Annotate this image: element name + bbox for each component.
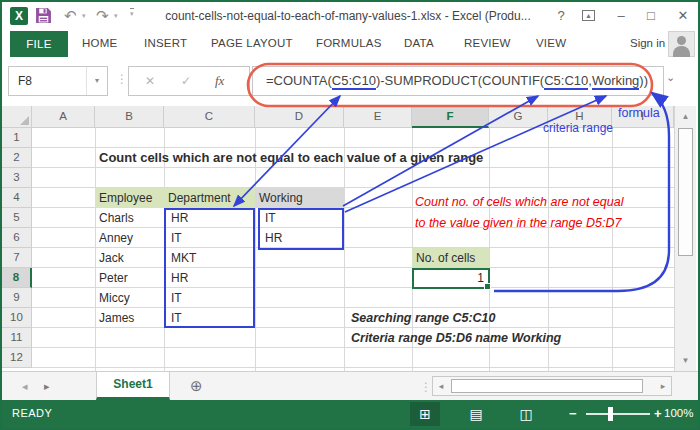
row-header-2[interactable]: 2 [2, 148, 32, 168]
row-header-7[interactable]: 7 [2, 248, 32, 268]
sheet-nav-left-icon[interactable]: ◂ [22, 380, 28, 393]
sign-in-button[interactable]: Sign in [630, 37, 665, 49]
excel-window: X ↶ ▾ ↷ ▾ ▾ count-cells-not-equal-to-eac… [0, 0, 700, 430]
formula-range-2: C5:C10 [544, 73, 588, 90]
page-break-view-icon[interactable]: ◫ [511, 402, 541, 426]
red-annotation-line1: Count no. of cells which are not equal [415, 192, 623, 212]
cell-B7[interactable]: Jack [95, 248, 164, 268]
cell-E10-note[interactable]: Searching range C5:C10 [347, 308, 587, 328]
vertical-scrollbar[interactable]: ▲ ▼ [674, 106, 696, 371]
maximize-icon[interactable]: □ [642, 8, 660, 23]
cell-B6[interactable]: Anney [95, 228, 164, 248]
row-header-4[interactable]: 4 [2, 188, 32, 208]
save-icon[interactable] [35, 7, 52, 28]
vertical-scroll-thumb[interactable] [678, 128, 693, 256]
add-sheet-icon[interactable]: ⊕ [190, 377, 203, 395]
selected-cell-F8[interactable] [412, 268, 490, 289]
horizontal-scrollbar[interactable]: ◂ ▸ [432, 376, 672, 396]
tab-page-layout[interactable]: PAGE LAYOUT [211, 37, 293, 49]
row-header-11[interactable]: 11 [2, 328, 32, 348]
formula-label: formula [618, 106, 660, 120]
select-all-corner[interactable] [2, 106, 32, 128]
minimize-icon[interactable]: – [612, 8, 630, 23]
sheet-nav-right-icon[interactable]: ▸ [44, 380, 50, 393]
col-header-C[interactable]: C [164, 106, 255, 128]
scroll-up-icon[interactable]: ▲ [675, 108, 696, 125]
row-header-12[interactable]: 12 [2, 348, 32, 368]
cell-E11-note[interactable]: Criteria range D5:D6 name Working [347, 328, 617, 348]
tab-insert[interactable]: INSERT [144, 37, 187, 49]
scroll-right-icon[interactable]: ▸ [655, 377, 671, 395]
row-header-8[interactable]: 8 [2, 268, 32, 288]
redo-icon[interactable]: ↷ [96, 6, 109, 26]
ribbon-tab-bar: FILE HOME INSERT PAGE LAYOUT FORMULAS DA… [2, 30, 698, 58]
name-box-value: F8 [18, 74, 32, 88]
cell-B4[interactable]: Employee [95, 188, 164, 208]
col-header-B[interactable]: B [95, 106, 164, 128]
highlight-box-search-range-C5-C10 [164, 208, 255, 328]
row-header-5[interactable]: 5 [2, 208, 32, 228]
cell-F7[interactable]: No. of cells [412, 248, 489, 268]
cell-B9[interactable]: Miccy [95, 288, 164, 308]
cell-B10[interactable]: James [95, 308, 164, 328]
undo-dropdown-icon[interactable]: ▾ [82, 12, 86, 20]
criteria-range-label: criteria range [543, 121, 613, 135]
close-icon[interactable]: ✕ [674, 8, 692, 23]
cell-B2-title[interactable]: Count cells which are not equal to each … [95, 148, 535, 168]
zoom-slider-track[interactable] [586, 413, 650, 415]
zoom-slider-thumb[interactable] [608, 407, 613, 421]
tab-home[interactable]: HOME [82, 37, 117, 49]
tab-review[interactable]: REVIEW [464, 37, 511, 49]
zoom-in-icon[interactable]: + [654, 406, 662, 421]
enter-icon[interactable]: ✓ [181, 67, 191, 95]
help-icon[interactable]: ? [552, 8, 570, 23]
cell-B8[interactable]: Peter [95, 268, 164, 288]
formula-text: )-SUMPRODUCT(COUNTIF( [376, 73, 544, 88]
formula-buttons: ✕ ✓ fx [128, 66, 250, 96]
ribbon-display-options-icon[interactable]: ▲ [582, 10, 595, 21]
row-header-6[interactable]: 6 [2, 228, 32, 248]
col-header-D[interactable]: D [255, 106, 344, 128]
highlight-box-criteria-range-D5-D6 [258, 208, 344, 250]
formula-range-1: C5:C10 [332, 73, 376, 90]
scroll-left-icon[interactable]: ◂ [433, 377, 449, 395]
tab-formulas[interactable]: FORMULAS [316, 37, 382, 49]
formula-range-3: Working [592, 73, 639, 90]
window-title: count-cells-not-equal-to-each-of-many-va… [152, 9, 544, 23]
tab-view[interactable]: VIEW [536, 37, 566, 49]
page-layout-view-icon[interactable]: ▤ [461, 402, 491, 426]
redo-dropdown-icon[interactable]: ▾ [114, 12, 118, 20]
separator-dots-icon: ⋮ [116, 72, 128, 86]
cancel-icon[interactable]: ✕ [145, 67, 155, 95]
row-header-10[interactable]: 10 [2, 308, 32, 328]
tab-file[interactable]: FILE [10, 31, 68, 57]
normal-view-icon[interactable]: ⊞ [410, 402, 440, 426]
separator-dots-icon: ⋮ [420, 380, 432, 394]
name-box-dropdown-icon[interactable]: ▾ [86, 67, 107, 95]
insert-function-icon[interactable]: fx [215, 67, 224, 95]
sheet-tab-strip: ◂ ▸ Sheet1 ⊕ ⋮ ◂ ▸ [2, 371, 698, 400]
col-header-G[interactable]: G [489, 106, 548, 128]
cell-B5[interactable]: Charls [95, 208, 164, 228]
col-header-F[interactable]: F [412, 106, 489, 128]
user-avatar[interactable] [668, 31, 695, 57]
sheet-tab-sheet1[interactable]: Sheet1 [96, 372, 170, 400]
horizontal-scroll-thumb[interactable] [451, 379, 643, 393]
row-header-9[interactable]: 9 [2, 288, 32, 308]
cell-C4[interactable]: Department [164, 188, 255, 208]
row-header-3[interactable]: 3 [2, 168, 32, 188]
cell-D4[interactable]: Working [255, 188, 344, 208]
tab-data[interactable]: DATA [404, 37, 434, 49]
formula-input[interactable]: =COUNTA(C5:C10)-SUMPRODUCT(COUNTIF(C5:C1… [252, 66, 664, 96]
col-header-A[interactable]: A [32, 106, 95, 128]
name-box[interactable]: F8 ▾ [8, 66, 108, 96]
undo-icon[interactable]: ↶ [64, 6, 77, 26]
zoom-level[interactable]: 100% [664, 407, 693, 419]
col-header-E[interactable]: E [344, 106, 412, 128]
red-annotation-line2: to the value given in the range D5:D7 [415, 213, 621, 233]
row-header-1[interactable]: 1 [2, 128, 32, 148]
expand-formula-bar-icon[interactable]: ⌄ [666, 71, 675, 84]
zoom-out-icon[interactable]: − [569, 406, 577, 421]
scroll-down-icon[interactable]: ▼ [675, 352, 696, 369]
customize-quick-access-icon[interactable]: ▾ [130, 8, 134, 18]
